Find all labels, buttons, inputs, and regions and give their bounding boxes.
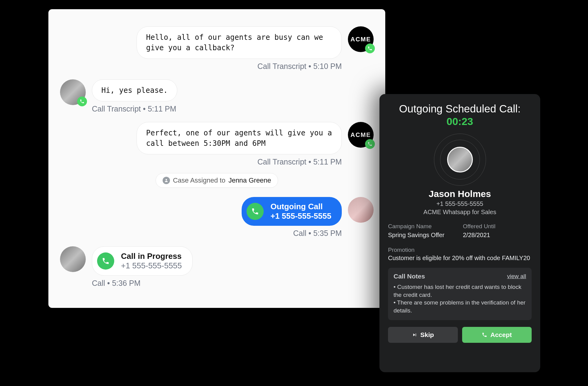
outgoing-call-phone: +1 555-555-5555 [270, 211, 331, 221]
message-bubble: Perfect, one of our agents will give you… [137, 122, 342, 154]
phone-badge-icon [365, 44, 375, 53]
scheduled-call-modal: Outgoing Scheduled Call: 00:23 Jason Hol… [379, 94, 540, 372]
chip-prefix: Case Assigned to [173, 176, 225, 184]
message-row: Perfect, one of our agents will give you… [64, 122, 370, 166]
message-row: Hello, all of our agents are busy can we… [64, 26, 370, 71]
avatar-customer [60, 246, 86, 272]
campaign-label: Campaign Name [388, 223, 457, 230]
message-meta: Call Transcript • 5:10 PM [257, 62, 342, 71]
message-row: Hi, yes please. Call Transcript • 5:11 P… [64, 79, 370, 113]
message-meta: Call Transcript • 5:11 PM [92, 104, 176, 113]
avatar-acme: ACME [348, 26, 374, 52]
offered-label: Offered Until [463, 223, 532, 230]
inprogress-call-row: Call in Progress +1 555-555-5555 Call • … [64, 246, 370, 288]
message-meta: Call Transcript • 5:11 PM [257, 157, 342, 166]
inprogress-call-button[interactable]: Call in Progress +1 555-555-5555 [92, 246, 193, 276]
phone-badge-icon [77, 96, 87, 106]
caller-avatar [434, 134, 486, 186]
skip-icon [412, 332, 417, 338]
caller-phone: +1 555-555-5555 [388, 200, 532, 207]
phone-icon [247, 203, 264, 220]
caller-channel: ACME Whatsapp for Sales [388, 209, 532, 216]
outgoing-call-meta: Call • 5:35 PM [293, 229, 342, 238]
caller-name: Jason Holmes [388, 189, 532, 199]
avatar-label: ACME [351, 131, 371, 138]
accept-label: Accept [490, 331, 512, 339]
system-event-row: Case Assigned to Jenna Greene [64, 173, 370, 188]
avatar-customer [60, 79, 86, 105]
outgoing-call-button[interactable]: Outgoing Call +1 555-555-5555 [242, 197, 342, 226]
phone-badge-icon [365, 139, 375, 149]
avatar-label: ACME [351, 36, 371, 43]
svg-point-0 [165, 179, 167, 181]
offered-value: 2/28/2021 [463, 232, 532, 239]
call-note-item: Customer has lost her credit card wants … [394, 283, 526, 299]
phone-icon [97, 252, 114, 270]
promotion-label: Promotion [388, 247, 532, 253]
transcript-panel: Hello, all of our agents are busy can we… [48, 9, 385, 308]
message-bubble: Hello, all of our agents are busy can we… [137, 26, 342, 59]
campaign-value: Spring Savings Offer [388, 232, 457, 239]
accept-button[interactable]: Accept [462, 327, 532, 343]
person-icon [163, 177, 170, 184]
avatar-acme: ACME [348, 122, 374, 148]
chip-assignee: Jenna Greene [228, 176, 271, 184]
phone-icon [482, 332, 487, 338]
inprogress-call-title: Call in Progress [121, 252, 182, 261]
message-bubble: Hi, yes please. [92, 79, 177, 101]
inprogress-call-meta: Call • 5:36 PM [92, 279, 141, 288]
inprogress-call-phone: +1 555-555-5555 [121, 261, 182, 271]
avatar-agent [348, 197, 374, 223]
call-notes-title: Call Notes [394, 273, 425, 280]
promotion-value: Customer is eligible for 20% off with co… [388, 255, 532, 262]
modal-title: Outgoing Scheduled Call: [388, 103, 532, 115]
call-notes-panel: Call Notes view all Customer has lost he… [388, 268, 532, 320]
outgoing-call-row: Outgoing Call +1 555-555-5555 Call • 5:3… [64, 197, 370, 238]
skip-button[interactable]: Skip [388, 327, 458, 343]
call-note-item: There are some problems in the verificat… [394, 299, 526, 314]
case-assigned-chip: Case Assigned to Jenna Greene [156, 173, 278, 188]
outgoing-call-title: Outgoing Call [270, 202, 331, 211]
view-all-link[interactable]: view all [507, 273, 526, 280]
skip-label: Skip [420, 331, 434, 339]
modal-timer: 00:23 [388, 115, 532, 127]
